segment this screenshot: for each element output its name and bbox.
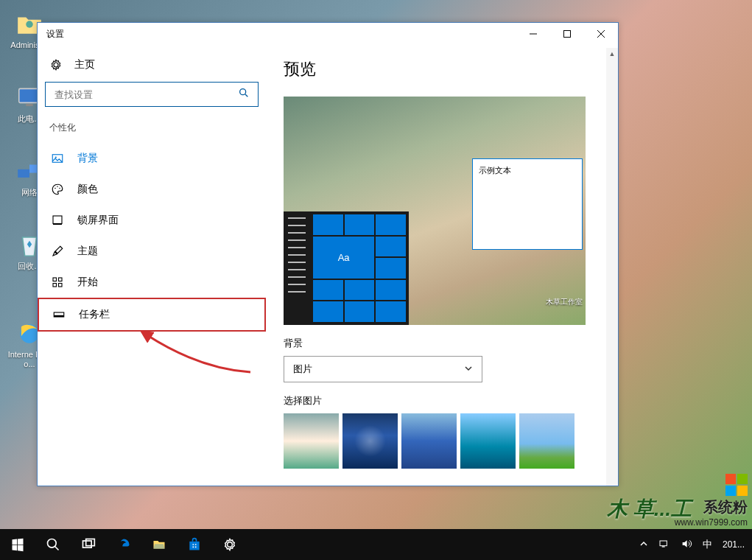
preview-pane: Aa 示例文本 木草工作室 [284,97,586,325]
page-title: 预览 [284,58,597,80]
taskbar: 中 201... [0,529,752,560]
svg-point-7 [240,89,246,95]
gear-icon [49,58,63,71]
nav-label: 开始 [77,276,253,289]
ime-indicator[interactable]: 中 [703,538,712,551]
preview-tile-aa: Aa [313,237,374,279]
explorer-button[interactable] [141,529,177,560]
dropdown-value: 图片 [293,363,312,376]
clock[interactable]: 201... [723,539,745,550]
background-label: 背景 [284,337,597,350]
svg-rect-22 [83,541,92,547]
lock-screen-icon [51,214,64,227]
microsoft-logo-icon [725,474,748,496]
system-tray[interactable]: 中 201... [632,538,752,552]
search-input[interactable] [45,82,259,107]
home-label: 主页 [74,58,95,71]
svg-point-10 [55,188,56,189]
window-title: 设置 [46,28,64,41]
settings-window: 设置 主页 个性化 背景 颜色 [37,22,619,486]
volume-tray-icon[interactable] [681,538,692,552]
preview-sample-window: 示例文本 [472,158,583,250]
svg-rect-26 [662,546,665,547]
svg-point-21 [48,539,57,548]
sample-text: 示例文本 [479,166,511,175]
svg-rect-15 [53,278,57,281]
task-view-button[interactable] [71,529,106,560]
scrollbar[interactable]: ▲ [606,48,618,486]
watermark-url: www.win7999.com [675,517,748,528]
svg-rect-18 [59,284,63,287]
store-button[interactable] [177,529,212,560]
titlebar: 设置 [38,23,618,45]
search-icon [238,87,250,102]
nav-colors[interactable]: 颜色 [38,174,266,205]
network-tray-icon[interactable] [658,538,670,552]
nav-lockscreen[interactable]: 锁屏界面 [38,205,266,236]
settings-taskbar-button[interactable] [212,529,247,560]
minimize-button[interactable] [516,23,550,45]
edge-button[interactable] [106,529,141,560]
thumbnail-2[interactable] [342,413,398,469]
thumbnail-1[interactable] [284,413,339,469]
palette-icon [51,183,64,196]
nav-label: 任务栏 [79,308,251,321]
maximize-button[interactable] [550,23,584,45]
svg-rect-20 [54,315,64,317]
svg-rect-16 [59,278,63,281]
search-box[interactable] [45,82,259,107]
svg-rect-3 [18,169,29,178]
close-button[interactable] [584,23,618,45]
chevron-down-icon [464,364,473,375]
nav-start[interactable]: 开始 [38,267,266,298]
svg-rect-23 [86,539,95,546]
home-button[interactable]: 主页 [38,51,266,79]
watermark-text: 系统粉 [675,497,748,517]
svg-rect-2 [26,104,33,106]
svg-rect-14 [53,224,62,225]
grid-icon [51,276,64,289]
category-label: 个性化 [38,117,266,143]
nav-label: 背景 [77,152,253,165]
nav-taskbar[interactable]: 任务栏 [38,298,266,332]
nav-background[interactable]: 背景 [38,143,266,174]
nav-themes[interactable]: 主题 [38,236,266,267]
preview-watermark: 木草工作室 [546,297,583,307]
thumbnail-5[interactable] [519,413,574,469]
svg-point-0 [26,21,33,28]
preview-start-menu: Aa [284,211,409,325]
svg-rect-25 [660,541,667,546]
svg-rect-13 [53,216,62,224]
tray-chevron-icon[interactable] [639,539,648,550]
sidebar: 主页 个性化 背景 颜色 锁屏界面 [38,45,266,486]
nav-label: 颜色 [77,183,253,196]
background-dropdown[interactable]: 图片 [284,356,482,382]
nav-label: 锁屏界面 [77,214,253,227]
svg-rect-24 [189,542,199,550]
svg-rect-17 [53,284,57,287]
thumbnail-3[interactable] [401,413,457,469]
nav-label: 主题 [77,245,253,258]
start-button[interactable] [0,529,35,560]
main-content: 预览 Aa 示例文本 [266,45,618,486]
taskbar-icon [52,308,66,321]
search-button[interactable] [35,529,71,560]
thumbnail-4[interactable] [460,413,516,469]
scroll-up-icon[interactable]: ▲ [606,48,618,60]
choose-picture-label: 选择图片 [284,394,597,407]
svg-point-11 [57,186,58,188]
watermark: 系统粉 www.win7999.com [675,474,748,528]
picture-icon [51,152,64,165]
svg-rect-6 [564,31,571,38]
svg-point-12 [59,188,60,189]
brush-icon [51,245,64,258]
picture-thumbnails [284,413,597,469]
